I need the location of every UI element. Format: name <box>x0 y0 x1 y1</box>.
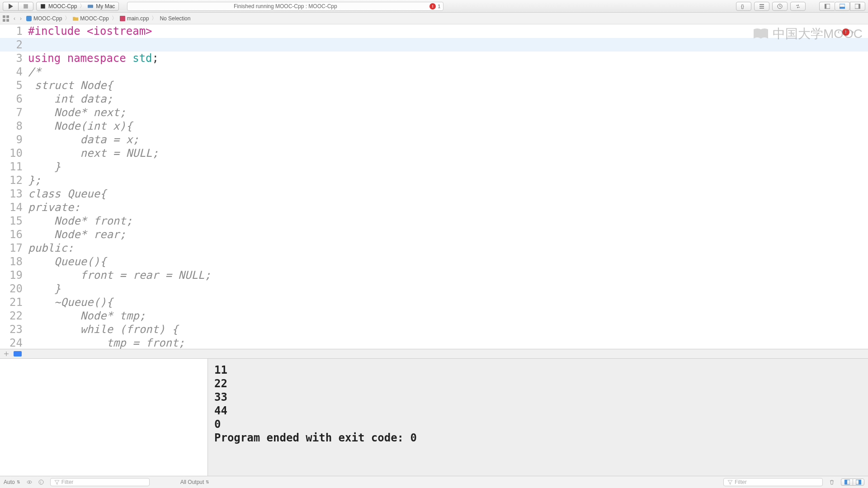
code-line[interactable]: 23 while (front) { <box>0 323 868 336</box>
filter-placeholder: Filter <box>735 479 747 485</box>
code-line[interactable]: 16 Node* rear; <box>0 228 868 241</box>
top-toolbar: MOOC-Cpp 〉 My Mac Finished running MOOC-… <box>0 0 868 13</box>
console-line: 11 <box>214 363 862 377</box>
chevron-right-icon: 〉 <box>112 14 117 22</box>
code-line[interactable]: 9 data = x; <box>0 133 868 146</box>
code-content: next = NULL; <box>28 146 159 160</box>
editor-mode-assistant[interactable] <box>754 2 769 11</box>
code-line[interactable]: 19 front = rear = NULL; <box>0 268 868 282</box>
code-line[interactable]: 12}; <box>0 174 868 187</box>
code-line[interactable]: 6 int data; <box>0 92 868 106</box>
code-line[interactable]: 21 ~Queue(){ <box>0 296 868 309</box>
code-line[interactable]: 15 Node* front; <box>0 214 868 228</box>
code-line[interactable]: 1#include <iostream> <box>0 24 868 38</box>
code-line[interactable]: 8 Node(int x){ <box>0 119 868 133</box>
debug-area: 112233440Program ended with exit code: 0 <box>0 359 868 476</box>
variables-filter-input[interactable]: Filter <box>50 478 150 486</box>
code-line[interactable]: 3using namespace std; <box>0 52 868 65</box>
line-number: 15 <box>0 214 28 228</box>
variables-view[interactable] <box>0 359 208 476</box>
error-count: 1 <box>438 4 440 9</box>
toggle-debug-area[interactable] <box>835 2 850 11</box>
code-line[interactable]: 13class Queue{ <box>0 187 868 201</box>
debug-footer: Auto ⇅ i Filter All Output ⇅ Filter <box>0 476 868 488</box>
code-line[interactable]: 5 struct Node{ <box>0 79 868 92</box>
code-line[interactable]: 10 next = NULL; <box>0 146 868 160</box>
show-variables-button[interactable] <box>841 479 853 486</box>
auto-selector[interactable]: Auto ⇅ <box>4 479 20 485</box>
code-content: while (front) { <box>28 323 178 336</box>
jump-bar: ‹ › MOOC-Cpp 〉 MOOC-Cpp 〉 main.cpp 〉 No … <box>0 13 868 24</box>
arrows-icon <box>795 4 801 9</box>
nav-back-button[interactable]: ‹ <box>12 15 17 22</box>
code-content: Queue(){ <box>28 255 106 268</box>
chevron-right-icon: 〉 <box>65 14 70 22</box>
code-line[interactable]: 24 tmp = front; <box>0 336 868 349</box>
nav-forward-button[interactable]: › <box>18 15 24 22</box>
code-content: int data; <box>28 92 113 106</box>
code-content: Node* next; <box>28 106 126 119</box>
editor-mode-review[interactable] <box>790 2 806 11</box>
source-editor[interactable]: ‹ ! › 中国大学MOOC 1#include <iostream>23usi… <box>0 24 868 349</box>
scheme-selector[interactable]: MOOC-Cpp 〉 My Mac <box>36 2 119 11</box>
code-line[interactable]: 17public: <box>0 241 868 255</box>
issue-indicator[interactable]: ! 1 <box>429 3 440 9</box>
svg-text:{}: {} <box>741 4 744 9</box>
debug-bar <box>0 349 868 359</box>
code-line[interactable]: 7 Node* next; <box>0 106 868 119</box>
updown-icon: ⇅ <box>206 480 209 484</box>
console-filter-input[interactable]: Filter <box>723 478 823 486</box>
lines-icon <box>759 4 764 9</box>
breadcrumb-file-label: main.cpp <box>127 15 149 22</box>
filter-placeholder: Filter <box>61 479 74 485</box>
code-line[interactable]: 18 Queue(){ <box>0 255 868 268</box>
folder-icon <box>73 16 78 21</box>
line-number: 5 <box>0 79 28 92</box>
toggle-utilities[interactable] <box>850 2 865 11</box>
info-icon[interactable]: i <box>38 479 44 485</box>
stop-button[interactable] <box>18 2 33 11</box>
line-number: 2 <box>0 38 28 52</box>
toggle-icon[interactable] <box>4 351 9 357</box>
code-line[interactable]: 11 } <box>0 160 868 174</box>
svg-rect-16 <box>120 16 125 21</box>
run-button[interactable] <box>3 2 18 11</box>
breakpoint-indicator[interactable] <box>14 351 22 357</box>
line-number: 16 <box>0 228 28 241</box>
svg-rect-0 <box>24 4 28 9</box>
code-line[interactable]: 22 Node* tmp; <box>0 309 868 323</box>
trash-icon[interactable] <box>829 479 835 485</box>
bottom-panel-icon <box>840 4 845 9</box>
code-content: Node* front; <box>28 214 132 228</box>
code-content: public: <box>28 241 74 255</box>
braces-icon: {} <box>741 4 746 9</box>
svg-rect-6 <box>825 4 826 9</box>
breadcrumb-file[interactable]: main.cpp <box>120 15 149 22</box>
code-line[interactable]: 20 } <box>0 282 868 296</box>
cpp-file-icon <box>120 16 125 21</box>
console-output[interactable]: 112233440Program ended with exit code: 0 <box>208 359 868 476</box>
svg-rect-1 <box>41 4 45 9</box>
output-scope-selector[interactable]: All Output ⇅ <box>180 479 210 485</box>
code-content: }; <box>28 174 41 187</box>
toggle-navigator[interactable] <box>819 2 835 11</box>
mac-icon <box>88 4 93 9</box>
chevron-right-icon: 〉 <box>80 2 85 10</box>
svg-rect-24 <box>859 480 861 484</box>
editor-mode-standard[interactable]: {} <box>736 2 751 11</box>
code-content: ~Queue(){ <box>28 296 113 309</box>
line-number: 23 <box>0 323 28 336</box>
code-line[interactable]: 4/* <box>0 65 868 79</box>
code-content: Node(int x){ <box>28 119 132 133</box>
breadcrumb-folder[interactable]: MOOC-Cpp <box>73 15 108 22</box>
line-number: 13 <box>0 187 28 201</box>
code-line[interactable]: 14private: <box>0 201 868 214</box>
related-items-icon[interactable] <box>3 15 9 22</box>
eye-icon[interactable] <box>27 479 32 485</box>
code-line[interactable]: 2 <box>0 38 868 52</box>
breadcrumb-selection[interactable]: No Selection <box>160 15 190 22</box>
right-panel-icon <box>855 4 860 9</box>
breadcrumb-project[interactable]: MOOC-Cpp <box>26 15 62 22</box>
show-console-button[interactable] <box>853 479 864 486</box>
editor-mode-version[interactable] <box>772 2 788 11</box>
